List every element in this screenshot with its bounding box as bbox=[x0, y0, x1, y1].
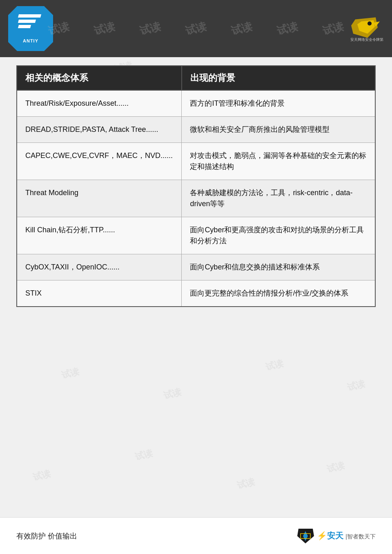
svg-point-2 bbox=[368, 22, 372, 26]
logo-text: ANTIY bbox=[23, 38, 38, 43]
header-watermark-2: 试读 bbox=[92, 19, 116, 38]
table-cell-right: 西方的IT管理和标准化的背景 bbox=[182, 90, 375, 117]
logo-stripe-2 bbox=[18, 20, 36, 23]
table-header-right: 出现的背景 bbox=[182, 66, 375, 90]
table-cell-left: CAPEC,CWE,CVE,CVRF，MAEC，NVD...... bbox=[17, 143, 182, 180]
table-cell-left: DREAD,STRIDE,PASTA, Attack Tree...... bbox=[17, 117, 182, 143]
footer-slogan: 有效防护 价值输出 bbox=[16, 531, 77, 541]
table-cell-left: Threat Modeling bbox=[17, 180, 182, 217]
table-cell-left: STIX bbox=[17, 280, 182, 307]
table-cell-right: 各种威胁建模的方法论，工具，risk-centric，data-driven等等 bbox=[182, 180, 375, 217]
footer-brand-name: ⚡安天 bbox=[317, 530, 343, 541]
table-header-left: 相关的概念体系 bbox=[17, 66, 182, 90]
header-watermark-4: 试读 bbox=[184, 19, 208, 38]
logo-stripes bbox=[18, 14, 43, 37]
footer-brand: ⚡安天 |智者数天下 bbox=[296, 528, 376, 544]
table-cell-right: 微软和相关安全厂商所推出的风险管理模型 bbox=[182, 117, 375, 143]
table-row: DREAD,STRIDE,PASTA, Attack Tree......微软和… bbox=[17, 117, 375, 143]
footer: 有效防护 价值输出 ⚡安天 |智者数天下 bbox=[0, 517, 392, 554]
logo: ANTIY bbox=[8, 6, 53, 51]
table-cell-right: 面向Cyber和信息交换的描述和标准体系 bbox=[182, 254, 375, 280]
table-row: CybOX,TAXII，OpenIOC......面向Cyber和信息交换的描述… bbox=[17, 254, 375, 280]
svg-text:安天网络安全令牌第四届: 安天网络安全令牌第四届 bbox=[350, 38, 384, 42]
table-row: CAPEC,CWE,CVE,CVRF，MAEC，NVD......对攻击模式，脆… bbox=[17, 143, 375, 180]
header-watermark-6: 试读 bbox=[275, 19, 299, 38]
header-watermark-3: 试读 bbox=[138, 19, 162, 38]
logo-stripe-1 bbox=[18, 14, 41, 18]
header-watermark-5: 试读 bbox=[229, 19, 254, 38]
table-cell-right: 面向Cyber和更高强度的攻击和对抗的场景的分析工具和分析方法 bbox=[182, 217, 375, 254]
brand-icon: 安天网络安全令牌第四届 bbox=[347, 16, 384, 42]
table-cell-right: 对攻击模式，脆弱点，漏洞等各种基础的安全元素的标定和描述结构 bbox=[182, 143, 375, 180]
header-watermark-7: 试读 bbox=[321, 19, 345, 38]
main-content: 相关的概念体系 出现的背景 Threat/Risk/Exposure/Asset… bbox=[16, 65, 376, 513]
header: ANTIY 试读 试读 试读 试读 试读 试读 试读 安天网络安全令牌第四届 bbox=[0, 0, 392, 57]
table-cell-left: CybOX,TAXII，OpenIOC...... bbox=[17, 254, 182, 280]
concept-table: 相关的概念体系 出现的背景 Threat/Risk/Exposure/Asset… bbox=[16, 65, 376, 307]
footer-brand-sub: |智者数天下 bbox=[345, 533, 376, 541]
table-row: Kill Chain,钻石分析,TTP......面向Cyber和更高强度的攻击… bbox=[17, 217, 375, 254]
table-row: STIX面向更完整的综合性的情报分析/作业/交换的体系 bbox=[17, 280, 375, 307]
table-row: Threat Modeling各种威胁建模的方法论，工具，risk-centri… bbox=[17, 180, 375, 217]
brand-logo: 安天网络安全令牌第四届 bbox=[347, 16, 384, 42]
table-cell-left: Threat/Risk/Exposure/Asset...... bbox=[17, 90, 182, 117]
logo-stripe-3 bbox=[18, 25, 31, 28]
table-cell-right: 面向更完整的综合性的情报分析/作业/交换的体系 bbox=[182, 280, 375, 307]
header-watermarks: 试读 试读 试读 试读 试读 试读 试读 bbox=[0, 0, 392, 57]
table-row: Threat/Risk/Exposure/Asset......西方的IT管理和… bbox=[17, 90, 375, 117]
table-cell-left: Kill Chain,钻石分析,TTP...... bbox=[17, 217, 182, 254]
footer-brand-icon bbox=[296, 528, 315, 544]
